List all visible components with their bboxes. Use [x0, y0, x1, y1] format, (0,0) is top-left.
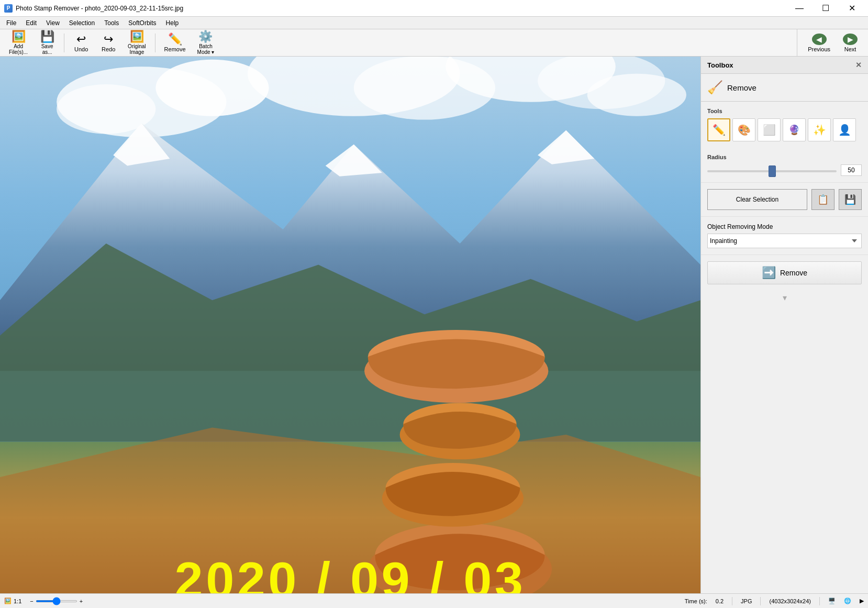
original-image-button[interactable]: 🖼️ Original Image	[123, 31, 150, 54]
tool-clone-stamp[interactable]: 👤	[833, 118, 856, 141]
menu-help[interactable]: Help	[162, 18, 183, 28]
window-title: Photo Stamp Remover - photo_2020-09-03_2…	[16, 5, 183, 12]
close-button[interactable]: ✕	[840, 2, 864, 15]
zoom-plus: +	[80, 598, 83, 604]
tool-brush[interactable]: ✏️	[707, 118, 730, 141]
status-bar: 🖼️ 1:1 − + Time (s): 0.2 JPG (4032x3024x…	[0, 593, 868, 608]
save-as-button[interactable]: 💾 Save as...	[35, 31, 60, 54]
main-layout: 2020 / 09 / 03 Toolbox ✕ 🧹 Remove Tools …	[0, 57, 868, 593]
zoom-slider[interactable]	[36, 600, 77, 602]
remove-eraser-icon: 🧹	[707, 80, 723, 95]
radius-label: Radius	[707, 154, 862, 160]
tool-magic-select[interactable]: 🔮	[783, 118, 806, 141]
toolbox-panel: Toolbox ✕ 🧹 Remove Tools ✏️ 🎨 ⬜ 🔮 ✨ 👤 Ra…	[700, 57, 868, 593]
title-controls: — ☐ ✕	[787, 2, 864, 15]
svg-point-8	[587, 74, 686, 116]
selection-section: Clear Selection 📋 💾	[701, 182, 868, 216]
radius-slider-container	[707, 167, 837, 174]
tools-section: Tools ✏️ 🎨 ⬜ 🔮 ✨ 👤	[701, 102, 868, 154]
select-from-file-button[interactable]: 📋	[811, 189, 834, 210]
remove-action-label: Remove	[780, 269, 807, 277]
status-icon-1: 🖥️	[828, 598, 836, 604]
next-button[interactable]: ▶ Next	[837, 31, 864, 54]
remove-btn-section: ➡️ Remove	[701, 255, 868, 291]
time-label: Time (s):	[685, 598, 707, 604]
status-icon-2: 🌐	[844, 598, 851, 604]
toolbox-scroll-hint: ▾	[701, 291, 868, 305]
status-fit-icon: 🖼️	[4, 598, 12, 604]
object-mode-label: Object Removing Mode	[707, 223, 862, 230]
menu-tools[interactable]: Tools	[100, 18, 123, 28]
batch-mode-button[interactable]: ⚙️ Batch Mode ▾	[193, 31, 219, 54]
add-file-button[interactable]: 🖼️ Add File(s)...	[4, 31, 32, 54]
tools-row: ✏️ 🎨 ⬜ 🔮 ✨ 👤	[707, 118, 862, 141]
select-file-icon: 📋	[817, 194, 829, 205]
radius-value: 50	[841, 164, 862, 176]
previous-label: Previous	[808, 46, 830, 52]
redo-icon: ↪	[104, 34, 113, 45]
batch-mode-icon: ⚙️	[198, 31, 213, 42]
tool-color-brush[interactable]: 🎨	[732, 118, 755, 141]
redo-button[interactable]: ↪ Redo	[96, 31, 121, 54]
remove-label-toolbar: Remove	[164, 46, 186, 52]
add-file-icon: 🖼️	[12, 31, 26, 42]
status-sep-3	[819, 597, 820, 605]
add-file-label: Add File(s)...	[9, 43, 28, 55]
status-sep-1	[732, 597, 732, 605]
photo-canvas: 2020 / 09 / 03	[0, 57, 700, 593]
title-left: P Photo Stamp Remover - photo_2020-09-03…	[4, 4, 183, 13]
minimize-button[interactable]: —	[787, 2, 811, 15]
menu-selection[interactable]: Selection	[65, 18, 99, 28]
undo-label: Undo	[74, 46, 88, 52]
status-left: 🖼️ 1:1	[4, 598, 21, 604]
previous-icon: ◀	[812, 34, 827, 45]
save-as-label: Save as...	[41, 43, 53, 55]
toolbar-sep-2	[155, 34, 155, 52]
radius-row: 50	[707, 164, 862, 176]
menu-edit[interactable]: Edit	[21, 18, 41, 28]
toolbar-sep-1	[64, 34, 64, 52]
status-sep-2	[760, 597, 761, 605]
maximize-button[interactable]: ☐	[814, 2, 838, 15]
original-image-icon: 🖼️	[130, 31, 144, 42]
toolbox-header: Toolbox ✕	[701, 57, 868, 74]
toolbox-remove-section: 🧹 Remove	[701, 74, 868, 102]
menu-bar: File Edit View Selection Tools SoftOrbit…	[0, 17, 868, 29]
tool-rect-select[interactable]: ⬜	[758, 118, 781, 141]
object-mode-select[interactable]: Inpainting Content-Aware Fill Clone	[707, 234, 862, 248]
undo-button[interactable]: ↩ Undo	[69, 31, 94, 54]
batch-mode-label: Batch Mode ▾	[197, 43, 215, 55]
status-icon-3: ▶	[860, 598, 864, 604]
zoom-minus: −	[30, 598, 33, 604]
radius-slider[interactable]	[707, 170, 837, 172]
file-format: JPG	[741, 598, 752, 604]
previous-button[interactable]: ◀ Previous	[802, 31, 837, 54]
redo-label: Redo	[102, 46, 115, 52]
svg-text:2020 / 09 / 03: 2020 / 09 / 03	[175, 551, 526, 593]
image-dimensions: (4032x3024x24)	[769, 598, 811, 604]
next-icon: ▶	[843, 34, 858, 45]
next-label: Next	[844, 46, 856, 52]
time-value: 0.2	[716, 598, 724, 604]
toolbox-title: Toolbox	[707, 61, 733, 69]
toolbar: 🖼️ Add File(s)... 💾 Save as... ↩ Undo ↪ …	[0, 29, 868, 57]
status-zoom: − +	[30, 598, 83, 604]
remove-action-button[interactable]: ➡️ Remove	[707, 261, 862, 284]
remove-icon: ✏️	[168, 34, 182, 45]
remove-button-toolbar[interactable]: ✏️ Remove	[160, 31, 191, 54]
radius-section: Radius 50	[701, 154, 868, 182]
save-selection-button[interactable]: 💾	[839, 189, 862, 210]
canvas-area[interactable]: 2020 / 09 / 03	[0, 57, 700, 593]
original-image-label: Original Image	[128, 43, 146, 55]
clear-selection-button[interactable]: Clear Selection	[707, 189, 807, 210]
remove-arrow-icon: ➡️	[762, 266, 776, 280]
tool-magic-wand[interactable]: ✨	[808, 118, 831, 141]
toolbox-close-button[interactable]: ✕	[855, 61, 862, 69]
save-as-icon: 💾	[40, 31, 54, 42]
zoom-ratio: 1:1	[14, 598, 21, 604]
menu-view[interactable]: View	[42, 18, 64, 28]
status-right: Time (s): 0.2 JPG (4032x3024x24) 🖥️ 🌐 ▶	[685, 597, 864, 605]
title-bar: P Photo Stamp Remover - photo_2020-09-03…	[0, 0, 868, 17]
menu-file[interactable]: File	[2, 18, 20, 28]
menu-softorbits[interactable]: SoftOrbits	[124, 18, 160, 28]
